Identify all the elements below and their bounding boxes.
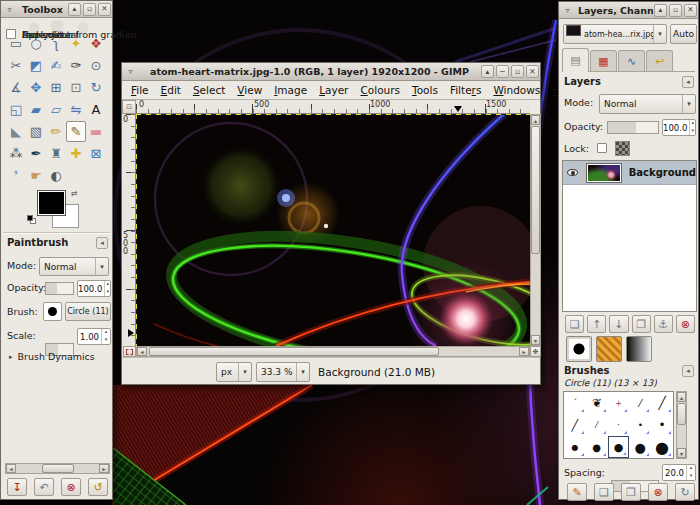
menu-item[interactable]: View: [231, 82, 268, 98]
active-brush-swatch[interactable]: [566, 336, 592, 362]
canvas[interactable]: [136, 114, 530, 346]
smudge[interactable]: ☛: [26, 165, 46, 186]
spin-arrows-icon[interactable]: ▴▾: [104, 281, 110, 296]
foreground-select[interactable]: ◩: [26, 55, 46, 76]
new-layer-button[interactable]: ❏: [565, 315, 584, 333]
spin-arrows-icon[interactable]: ▴▾: [689, 120, 695, 135]
tool-options-menu-button[interactable]: ◂: [96, 237, 108, 249]
paint-mode-select[interactable]: Normal ▾: [39, 257, 109, 276]
maximize-button[interactable]: ▫: [669, 4, 682, 17]
brushes-scrollbar[interactable]: ▴ ▾: [676, 391, 687, 459]
paths[interactable]: ✍: [46, 55, 66, 76]
spin-arrows-icon[interactable]: ▴▾: [686, 465, 695, 480]
scroll-left-icon[interactable]: ◂: [137, 347, 147, 356]
delete-layer-button[interactable]: ⊗: [676, 315, 695, 333]
zoom-select[interactable]: 33.3 % ▾: [256, 362, 310, 382]
perspective[interactable]: ▱: [46, 99, 66, 120]
brush-cell[interactable]: ˊ: [564, 392, 586, 414]
color-picker[interactable]: ✑: [66, 55, 86, 76]
scissors-select[interactable]: ✂: [6, 55, 26, 76]
menu-item[interactable]: File: [125, 82, 155, 98]
image-window-titlebar[interactable]: ▿ atom-heart-matrix.jpg-1.0 (RGB, 1 laye…: [122, 63, 540, 81]
ink[interactable]: ✒: [26, 143, 46, 164]
lock-pattern-icon[interactable]: [615, 141, 630, 156]
delete-brush-button[interactable]: ⊗: [648, 483, 668, 501]
brush-cell[interactable]: •: [651, 414, 673, 436]
toolbox-titlebar[interactable]: ▿ Toolbox ▴ ▫ ✕: [1, 1, 112, 18]
brush-cell[interactable]: ●: [586, 436, 608, 458]
eraser[interactable]: ▬: [86, 121, 106, 142]
pencil[interactable]: ✏: [46, 121, 66, 142]
brush-cell[interactable]: ⁄: [629, 392, 651, 414]
scroll-up-icon[interactable]: ▴: [677, 392, 686, 402]
scale[interactable]: ◱: [6, 99, 26, 120]
brush-cell[interactable]: ✽: [608, 458, 630, 459]
tab-channels[interactable]: ▦: [590, 50, 617, 71]
refresh-brushes-button[interactable]: ↻: [675, 483, 695, 501]
anchor-layer-button[interactable]: ⚓: [654, 315, 673, 333]
active-pattern-swatch[interactable]: [596, 336, 622, 362]
close-button[interactable]: ✕: [684, 4, 697, 17]
layers-menu-button[interactable]: ◂: [682, 76, 694, 88]
duplicate-brush-button[interactable]: ❐: [621, 483, 641, 501]
shear[interactable]: ▰: [26, 99, 46, 120]
brush-select-button[interactable]: Circle (11): [65, 302, 111, 321]
menu-item[interactable]: Colours: [354, 82, 406, 98]
bucket-fill[interactable]: ◣: [6, 121, 26, 142]
image-select[interactable]: atom-hea...rix.jpg-1 ▾: [563, 24, 667, 44]
brush-cell[interactable]: ❦: [586, 392, 608, 414]
menu-item[interactable]: Tools: [406, 82, 444, 98]
scrollbar-thumb[interactable]: [42, 464, 74, 473]
menu-item[interactable]: Edit: [155, 82, 187, 98]
window-menu-icon[interactable]: ▿: [3, 3, 16, 16]
brushes-menu-button[interactable]: ◂: [682, 365, 694, 377]
tab-layers[interactable]: ▤: [562, 48, 589, 72]
tab-history[interactable]: ↩: [646, 50, 673, 71]
save-options-button[interactable]: ↧: [7, 478, 27, 496]
blend[interactable]: ▧: [26, 121, 46, 142]
ruler-origin-button[interactable]: ⊡: [122, 100, 136, 114]
canvas-hscrollbar[interactable]: ◂ ▸: [136, 346, 530, 357]
duplicate-layer-button[interactable]: ❐: [632, 315, 651, 333]
reset-options-button[interactable]: ↺: [88, 478, 108, 496]
paintbrush[interactable]: ✎: [66, 121, 86, 142]
brush-cell[interactable]: ●: [651, 436, 673, 458]
scroll-left-icon[interactable]: ◂: [6, 464, 16, 473]
scroll-down-icon[interactable]: ▾: [677, 448, 686, 458]
brush-cell[interactable]: ●: [608, 436, 630, 458]
lower-layer-button[interactable]: ↓: [609, 315, 628, 333]
foreground-color-swatch[interactable]: [38, 191, 65, 215]
shade-button[interactable]: ▴: [654, 4, 667, 17]
brush-cell[interactable]: ·: [608, 414, 630, 436]
scrollbar-thumb[interactable]: [677, 403, 686, 425]
scrollbar-thumb[interactable]: [531, 126, 540, 254]
brush-cell[interactable]: •: [629, 414, 651, 436]
default-colors-icon[interactable]: [27, 215, 37, 225]
dock-titlebar[interactable]: ▿ Layers, Channels ▴ ▫ ✕: [559, 2, 698, 19]
scrollbar-thumb[interactable]: [149, 347, 439, 356]
new-brush-button[interactable]: ❏: [594, 483, 614, 501]
scroll-right-icon[interactable]: ▸: [99, 464, 109, 473]
brush-preview-button[interactable]: [43, 302, 62, 321]
align[interactable]: ⊞: [46, 77, 66, 98]
restore-options-button[interactable]: ↶: [34, 478, 54, 496]
tool-options-hscrollbar[interactable]: ◂ ▸: [5, 463, 110, 474]
edit-brush-button[interactable]: ✎: [567, 483, 587, 501]
layer-mode-select[interactable]: Normal ▾: [599, 94, 696, 114]
menu-item[interactable]: Windows: [487, 82, 546, 98]
layer-opacity-spinner[interactable]: 100.0 ▴▾: [662, 119, 696, 136]
navigation-button[interactable]: ✥: [530, 346, 541, 357]
scroll-right-icon[interactable]: ▸: [519, 347, 529, 356]
delete-options-button[interactable]: ⊗: [61, 478, 81, 496]
close-button[interactable]: ✕: [98, 3, 111, 16]
dodge-burn[interactable]: ◐: [46, 165, 66, 186]
brush-cell[interactable]: ╱: [651, 392, 673, 414]
maximize-button[interactable]: ▫: [511, 65, 524, 78]
brush-cell[interactable]: +: [608, 392, 630, 414]
menu-item[interactable]: Image: [268, 82, 313, 98]
unit-select[interactable]: px ▾: [216, 362, 252, 382]
quickmask-toggle[interactable]: [123, 346, 136, 357]
move[interactable]: ✥: [26, 77, 46, 98]
heal[interactable]: ✚: [66, 143, 86, 164]
maximize-button[interactable]: ▫: [83, 3, 96, 16]
